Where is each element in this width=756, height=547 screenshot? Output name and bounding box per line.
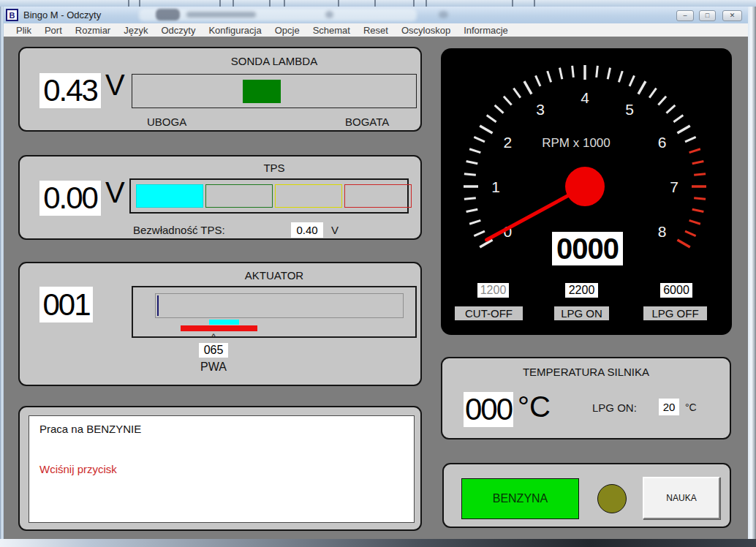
threshold-label-cutoff: CUT-OFF xyxy=(455,306,523,320)
lpg-on-temp-label: LPG ON: xyxy=(592,401,637,414)
tps-panel: TPS 0.00 V Bezwładność TPS: 0.40 V xyxy=(18,155,422,240)
learn-button[interactable]: NAUKA xyxy=(643,477,720,519)
app-icon: B xyxy=(6,9,18,21)
svg-text:5: 5 xyxy=(625,101,634,118)
lambda-value: 0.43 xyxy=(39,73,101,108)
rpm-gauge: RPM x 1000 012345678 0000 1200CUT-OFF220… xyxy=(441,48,732,335)
temperature-title: TEMPERATURA SILNIKA xyxy=(442,366,730,378)
actuator-panel: AKTUATOR 001 ^ 065 PWA xyxy=(18,262,422,386)
background-window-artifact xyxy=(439,11,448,18)
background-window-artifact xyxy=(325,11,333,18)
maximize-button[interactable]: □ xyxy=(699,10,716,21)
menu-item-reset[interactable]: Reset xyxy=(357,25,395,36)
lambda-unit: V xyxy=(105,69,125,102)
tps-title: TPS xyxy=(132,162,417,174)
message-panel: Praca na BENZYNIE Wciśnij przycisk xyxy=(18,406,422,531)
tps-segment-2 xyxy=(205,184,273,208)
menu-item-opcje[interactable]: Opcje xyxy=(268,25,306,36)
actuator-red-bar xyxy=(181,325,257,331)
threshold-value-lpgoff[interactable]: 6000 xyxy=(660,283,692,298)
lambda-lean-label: UBOGA xyxy=(147,116,186,128)
svg-text:3: 3 xyxy=(536,101,545,118)
window-border-left xyxy=(0,7,4,547)
lpg-on-temp-field[interactable]: 20 xyxy=(659,399,679,415)
tps-unit: V xyxy=(105,176,125,209)
svg-text:6: 6 xyxy=(658,134,667,151)
menu-bar: PlikPortRozmiarJęzykOdczytyKonfiguracjaO… xyxy=(4,23,748,37)
background-window-artifact xyxy=(186,12,256,18)
message-line1: Praca na BENZYNIE xyxy=(39,423,141,435)
message-line2: Wciśnij przycisk xyxy=(39,463,117,475)
background-window-artifact xyxy=(139,9,417,21)
actuator-slider[interactable] xyxy=(155,293,404,318)
threshold-value-lpgon[interactable]: 2200 xyxy=(565,283,598,298)
fuel-panel: BENZYNA NAUKA xyxy=(442,463,731,528)
status-led xyxy=(597,484,627,513)
menu-item-rozmiar[interactable]: Rozmiar xyxy=(69,25,117,36)
background-window-artifact xyxy=(0,0,756,7)
screen: B Bingo M - Odczyty – □ ✕ PlikPortRozmia… xyxy=(0,0,756,547)
message-box: Praca na BENZYNIE Wciśnij przycisk xyxy=(29,415,415,523)
title-bar: B Bingo M - Odczyty – □ ✕ xyxy=(0,7,756,23)
lambda-panel: SONDA LAMBDA 0.43 V UBOGA BOGATA xyxy=(18,47,422,132)
tps-segment-4 xyxy=(344,184,412,208)
lpg-on-temp-unit: °C xyxy=(685,401,697,413)
minimize-button[interactable]: – xyxy=(676,10,694,21)
temperature-panel: TEMPERATURA SILNIKA 000 °C LPG ON: 20 °C xyxy=(441,357,731,440)
temperature-unit: °C xyxy=(518,391,551,423)
tps-bar xyxy=(129,178,409,214)
actuator-frame xyxy=(132,286,417,338)
menu-item-jzyk[interactable]: Język xyxy=(117,25,154,36)
menu-item-konfiguracja[interactable]: Konfiguracja xyxy=(202,25,268,36)
background-window-artifact xyxy=(156,9,180,20)
menu-item-plik[interactable]: Plik xyxy=(10,25,38,36)
tps-inertia-label: Bezwładność TPS: xyxy=(133,224,225,236)
actuator-value: 001 xyxy=(39,287,93,322)
svg-text:2: 2 xyxy=(504,134,513,151)
menu-item-oscyloskop[interactable]: Oscyloskop xyxy=(395,25,457,36)
menu-item-schemat[interactable]: Schemat xyxy=(306,25,357,36)
threshold-value-cutoff[interactable]: 1200 xyxy=(477,283,509,298)
pwa-value: 065 xyxy=(199,343,228,358)
rpm-display: 0000 xyxy=(552,232,623,265)
tps-value: 0.00 xyxy=(39,181,101,216)
window-border-right xyxy=(748,7,756,547)
svg-text:8: 8 xyxy=(658,223,667,240)
tps-segment-3 xyxy=(275,184,342,208)
fuel-button[interactable]: BENZYNA xyxy=(461,478,579,519)
window-title: Bingo M - Odczyty xyxy=(23,10,101,20)
svg-text:7: 7 xyxy=(670,178,678,195)
svg-text:4: 4 xyxy=(581,89,589,106)
actuator-cursor xyxy=(157,295,159,316)
actuator-marker: ^ xyxy=(211,331,216,342)
threshold-label-lpgon: LPG ON xyxy=(554,306,609,320)
threshold-label-lpgoff: LPG OFF xyxy=(643,306,707,320)
actuator-cyan-bar xyxy=(209,320,239,325)
client-area: SONDA LAMBDA 0.43 V UBOGA BOGATA TPS 0.0… xyxy=(4,37,748,539)
lambda-indicator xyxy=(243,80,281,103)
menu-item-informacje[interactable]: Informacje xyxy=(457,25,515,36)
tps-inertia-field[interactable]: 0.40 xyxy=(291,222,323,238)
temperature-value: 000 xyxy=(464,392,513,427)
tps-inertia-unit: V xyxy=(331,224,339,236)
lambda-bar xyxy=(132,74,417,108)
close-button[interactable]: ✕ xyxy=(722,10,742,21)
actuator-title: AKTUATOR xyxy=(132,269,417,282)
tps-segment-1 xyxy=(136,184,203,208)
window-border-bottom xyxy=(0,539,756,547)
lambda-title: SONDA LAMBDA xyxy=(132,55,417,67)
menu-item-odczyty[interactable]: Odczyty xyxy=(154,25,202,36)
svg-text:1: 1 xyxy=(491,178,500,195)
lambda-rich-label: BOGATA xyxy=(345,116,389,128)
pwa-label: PWA xyxy=(196,361,231,374)
menu-item-port[interactable]: Port xyxy=(38,25,69,36)
